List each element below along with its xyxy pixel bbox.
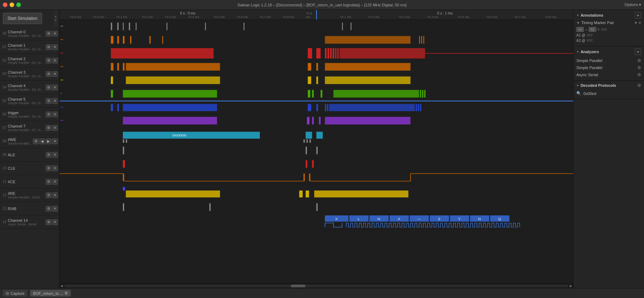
svg-rect-57 xyxy=(424,90,426,97)
channel-gear-13[interactable]: ⚙ xyxy=(46,206,51,212)
channel-gear-6[interactable]: ⚙ xyxy=(46,112,51,117)
channel-play-8[interactable]: ▶ xyxy=(46,139,51,144)
channel-close-0[interactable]: ✕ xyxy=(52,31,58,36)
svg-rect-45 xyxy=(308,77,311,84)
channel-close-4[interactable]: ✕ xyxy=(52,85,58,90)
channel-prev-8[interactable]: ◀ xyxy=(39,139,45,144)
bof-settings-icon[interactable]: ⚙ xyxy=(64,291,68,296)
channel-close-8[interactable]: ✕ xyxy=(52,139,58,144)
channel-gear-2[interactable]: ⚙ xyxy=(46,58,51,63)
channel-name-2: Channel 2 xyxy=(8,57,46,61)
channel-close-14[interactable]: ✕ xyxy=(52,219,58,225)
waveform-row-ch5[interactable]: • xyxy=(59,87,573,101)
analyzers-collapse-icon[interactable]: ▼ xyxy=(576,50,579,54)
channel-gear-9[interactable]: ⚙ xyxy=(46,152,51,158)
channel-controls-6: ⚙✕ xyxy=(46,112,58,117)
channel-close-9[interactable]: ✕ xyxy=(52,152,58,158)
annotations-add-button[interactable]: + xyxy=(635,12,641,18)
scrollbar-track[interactable] xyxy=(64,285,568,287)
svg-rect-105 xyxy=(209,203,211,211)
channel-info-12: #RESimple Parallel - Clock xyxy=(8,191,46,199)
channel-close-2[interactable]: ✕ xyxy=(52,58,58,63)
svg-rect-30 xyxy=(335,48,337,58)
channel-name-6: trigger xyxy=(8,111,46,115)
waveform-scroll[interactable]: •• •• xyxy=(59,20,573,283)
channel-gear-11[interactable]: ⚙ xyxy=(46,179,51,185)
channel-close-6[interactable]: ✕ xyxy=(52,112,58,117)
decoded-protocols-collapse-icon[interactable]: ▼ xyxy=(576,84,579,87)
scroll-left-arrow[interactable]: ◀ xyxy=(59,284,64,288)
channel-close-10[interactable]: ✕ xyxy=(52,165,58,171)
waveform-row-ce[interactable] xyxy=(59,171,573,184)
annotations-collapse-icon[interactable]: ▼ xyxy=(576,14,579,17)
analyzer-gear-1[interactable]: ⚙ xyxy=(637,65,641,70)
svg-rect-21 xyxy=(423,36,424,44)
analyzer-name-2: Async Serial xyxy=(576,73,598,77)
waveform-row-ch0[interactable]: •• xyxy=(59,20,573,33)
decoded-protocols-gear[interactable]: ⚙ xyxy=(637,83,641,88)
channel-gear-5[interactable]: ⚙ xyxy=(46,98,51,104)
ruler-right-label: 0 s : 1 ms xyxy=(437,11,452,15)
waveform-row-we[interactable]: 0x0000 xyxy=(59,128,573,144)
minimize-btn[interactable] xyxy=(10,2,14,7)
channel-close-11[interactable]: ✕ xyxy=(52,179,58,185)
channel-gear-12[interactable]: ⚙ xyxy=(46,192,51,198)
channel-close-12[interactable]: ✕ xyxy=(52,192,58,198)
waveform-row-trigger[interactable]: •• xyxy=(59,101,573,114)
svg-rect-72 xyxy=(307,117,309,124)
capture-tab[interactable]: ◎ Capture xyxy=(3,290,27,297)
timing-marker-x[interactable]: ✕ xyxy=(638,21,641,25)
svg-text:—: — xyxy=(417,217,421,221)
channel-gear-8[interactable]: ⚙ xyxy=(33,139,39,144)
channel-info-10: CLE xyxy=(8,166,46,170)
svg-rect-79 xyxy=(317,132,323,139)
svg-rect-28 xyxy=(330,48,332,58)
scrollbar-thumb[interactable] xyxy=(291,285,305,287)
channel-controls-11: ⚙✕ xyxy=(46,179,58,185)
analyzers-add-button[interactable]: + xyxy=(635,49,641,55)
channel-gear-10[interactable]: ⚙ xyxy=(46,165,51,171)
waveform-row-ch4[interactable]: •• xyxy=(59,74,573,87)
channel-gear-3[interactable]: ⚙ xyxy=(46,71,51,77)
channel-close-13[interactable]: ✕ xyxy=(52,206,58,212)
scroll-right-arrow[interactable]: ▶ xyxy=(569,284,573,288)
analyzers-title-label: Analyzers xyxy=(581,50,599,54)
channel-gear-4[interactable]: ⚙ xyxy=(46,85,51,90)
ruler-left-label: 0 s : 0 ms xyxy=(180,11,195,15)
waveform-row-ale[interactable] xyxy=(59,144,573,157)
waveform-row-re[interactable] xyxy=(59,184,573,201)
waveform-row-ch14[interactable]: X L N X — Z Y N Q xyxy=(59,214,573,230)
waveform-row-rb[interactable] xyxy=(59,201,573,214)
waveform-row-ch1[interactable]: •• xyxy=(59,33,573,47)
channel-controls-2: ⚙✕ xyxy=(46,58,58,63)
channel-gear-0[interactable]: ⚙ xyxy=(46,31,51,36)
channel-info-6: triggerSimple Parallel - D6, Simple Para… xyxy=(8,111,46,118)
analyzer-gear-0[interactable]: ⚙ xyxy=(637,58,641,63)
maximize-btn[interactable] xyxy=(16,2,21,7)
start-simulation-button[interactable]: Start Simulation xyxy=(3,13,42,24)
channel-gear-7[interactable]: ⚙ xyxy=(46,125,51,131)
channel-close-5[interactable]: ✕ xyxy=(52,98,58,104)
svg-rect-9 xyxy=(342,23,343,30)
channel-gear-1[interactable]: ⚙ xyxy=(46,44,51,50)
bof-tab[interactable]: BOF_return_to.... ⚙ xyxy=(30,290,71,297)
analyzer-gear-2[interactable]: ⚙ xyxy=(637,72,641,77)
waveform-row-cle[interactable] xyxy=(59,157,573,171)
a2-marker: A2 xyxy=(589,27,596,32)
channel-controls-4: ⚙✕ xyxy=(46,85,58,90)
svg-text:N: N xyxy=(377,217,380,221)
channel-close-3[interactable]: ✕ xyxy=(52,71,58,77)
channel-controls-1: ⚙✕ xyxy=(46,44,58,50)
close-btn[interactable] xyxy=(3,2,7,7)
channel-gear-14[interactable]: ⚙ xyxy=(46,219,51,225)
horizontal-scrollbar[interactable]: ◀ ▶ xyxy=(59,283,573,288)
timing-marker-collapse[interactable]: ▼ xyxy=(576,21,580,25)
waveform-row-ch7[interactable]: •• xyxy=(59,114,573,128)
waveform-row-ch2[interactable]: •• xyxy=(59,47,573,60)
options-button[interactable]: Options ▾ xyxy=(625,2,641,7)
left-panel-scroll[interactable]: ▲ ▼ xyxy=(53,10,58,27)
channel-num-3: 03 xyxy=(1,72,6,76)
channel-close-1[interactable]: ✕ xyxy=(52,44,58,50)
waveform-row-ch3[interactable]: •• xyxy=(59,60,573,74)
channel-close-7[interactable]: ✕ xyxy=(52,125,58,131)
